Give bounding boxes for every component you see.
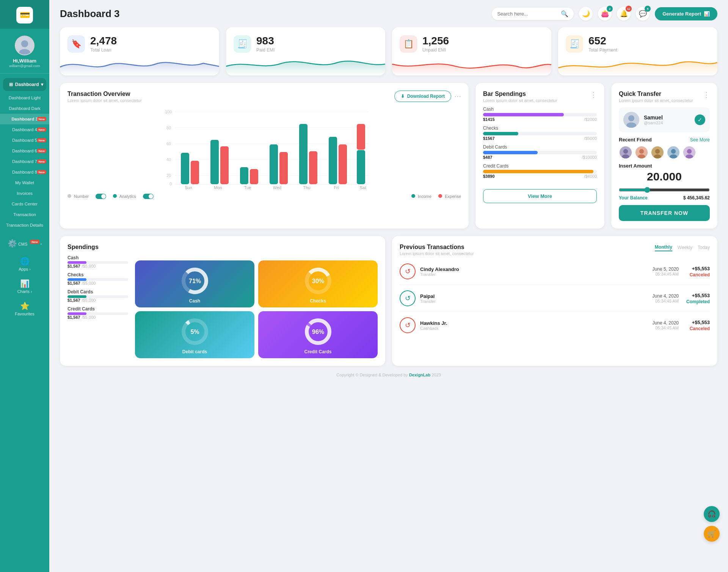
trans-type-2: Transfer (420, 299, 436, 304)
chat-btn[interactable]: 💬 5 (636, 7, 650, 20)
sidebar-item-my-wallet[interactable]: My Wallet (0, 177, 49, 188)
logo-icon: 💳 (16, 7, 33, 24)
prev-trans-subtitle: Lorem ipsum dolor sit amet, consectetur (400, 251, 474, 256)
friend-avatar-5[interactable] (682, 146, 696, 159)
bar-spendings-title: Bar Spendings (483, 91, 557, 97)
friend-avatar-3[interactable] (651, 146, 664, 159)
chart-icon: 📊 (20, 279, 30, 288)
bar-chart-icon: 📊 (704, 11, 710, 17)
footer-link[interactable]: DexignLab (409, 373, 430, 377)
donut-card-cash[interactable]: 71% Cash (135, 260, 254, 307)
sidebar-item-transaction-details[interactable]: Transaction Details (0, 220, 49, 230)
cat-label-cash: Cash (67, 255, 128, 260)
svg-point-37 (628, 115, 634, 121)
number-toggle[interactable] (96, 194, 106, 199)
trans-type-1: Transfer (420, 272, 459, 277)
svg-rect-22 (181, 153, 189, 184)
cat-label-credit: Credit Cards (67, 306, 128, 312)
moon-btn[interactable]: 🌙 (579, 7, 593, 20)
tab-weekly[interactable]: Weekly (678, 244, 692, 251)
svg-text:Thu: Thu (303, 185, 311, 190)
svg-rect-35 (357, 124, 365, 150)
svg-rect-31 (309, 151, 317, 184)
sidebar-item-transaction[interactable]: Transaction (0, 209, 49, 220)
friend-avatar-2[interactable] (635, 146, 648, 159)
search-icon[interactable]: 🔍 (561, 10, 568, 17)
dashboard-menu-btn[interactable]: ⊞ Dashboard ▾ (3, 78, 46, 91)
sidebar-nav: Dashboard Light Dashboard Dark Dashboard… (0, 92, 49, 230)
svg-point-43 (639, 149, 644, 154)
bar-spendings-more-button[interactable]: ⋮ (590, 91, 597, 99)
sidebar-item-dashboard6[interactable]: Dashboard 6 New (0, 146, 49, 156)
fab-cart-button[interactable]: 🛒 (704, 526, 720, 542)
sidebar-item-invoices[interactable]: Invoices (0, 188, 49, 199)
quick-transfer-card: Quick Transfer Lorem ipsum dolor sit ame… (611, 83, 717, 229)
trans-time-3: 05:34:45 AM (645, 326, 679, 330)
trans-row-3: ↺ Hawkins Jr. Cashback June 4, 2020 05:3… (400, 312, 710, 338)
svg-text:80: 80 (166, 125, 171, 130)
quick-transfer-title: Quick Transfer (619, 91, 693, 97)
friend-avatar-1[interactable] (619, 146, 632, 159)
sidebar-item-charts[interactable]: 📊 Charts › (0, 274, 49, 297)
search-input[interactable] (497, 11, 558, 17)
spending-total-checks: /$5000 (584, 136, 597, 141)
sidebar-section-cms: ⚙️ CMS New › 🌐 Apps › 📊 Charts › ⭐ Favou… (0, 234, 49, 319)
svg-text:Mon: Mon (214, 185, 222, 190)
view-more-button[interactable]: View More (483, 189, 597, 203)
spending-bars: Cash $1415 /$2000 Checks $1567 (483, 107, 597, 179)
previous-transactions-card: Previous Transactions Lorem ipsum dolor … (392, 236, 717, 366)
donut-label-checks: Checks (310, 298, 326, 304)
donut-card-checks[interactable]: 30% Checks (258, 260, 378, 307)
gear-icon: ⚙️ (8, 239, 17, 248)
donut-chart-credit: 96% (303, 317, 333, 347)
stat-card-paid-emi: 🧾 983 Paid EMI (226, 27, 385, 75)
spending-label-cash: Cash (483, 107, 597, 112)
sidebar-item-dashboard4[interactable]: Dashboard 4 New (0, 124, 49, 135)
sidebar-item-dashboard-light[interactable]: Dashboard Light (0, 92, 49, 103)
sidebar-item-dashboard7[interactable]: Dashboard 7 New (0, 156, 49, 167)
donut-card-credit[interactable]: 96% Credit Cards (258, 311, 378, 358)
unpaid-emi-label: Unpaid EMI (422, 47, 449, 53)
donut-card-debit[interactable]: 5% Debit cards (135, 311, 254, 358)
trans-type-3: Cashback (420, 326, 447, 331)
generate-report-button[interactable]: Generate Report 📊 (655, 7, 717, 20)
tab-monthly[interactable]: Monthly (655, 244, 672, 251)
recent-friends-section: Recent Friend See More (619, 137, 710, 159)
sidebar-item-favourites[interactable]: ⭐ Favourites (0, 297, 49, 319)
sidebar-item-dashboard8[interactable]: Dashboard 8 New (0, 167, 49, 177)
spending-label-checks: Checks (483, 125, 597, 131)
sidebar-item-dashboard5[interactable]: Dashboard 5 New (0, 135, 49, 146)
download-report-button[interactable]: ⬇ Download Report (394, 91, 451, 102)
amount-display: 20.000 (619, 170, 710, 183)
qt-check-icon: ✓ (695, 114, 705, 125)
paid-emi-icon: 🧾 (234, 35, 251, 53)
quick-transfer-more-button[interactable]: ⋮ (703, 91, 710, 99)
see-more-link[interactable]: See More (690, 137, 710, 143)
svg-text:40: 40 (166, 157, 171, 162)
bell-btn[interactable]: 🔔 12 (617, 7, 631, 20)
sidebar-item-apps[interactable]: 🌐 Apps › (0, 252, 49, 274)
donut-label-cash: Cash (189, 298, 200, 304)
user-email: william@gmail.com (9, 64, 40, 68)
amount-slider[interactable] (619, 187, 710, 193)
friend-avatar-4[interactable] (667, 146, 680, 159)
qt-user: Samuel @sam224 ✓ (619, 107, 710, 132)
svg-text:71%: 71% (188, 278, 201, 284)
sidebar-item-dashboard3[interactable]: Dashboard 3 New (0, 114, 49, 124)
trans-amount-3: +$5,553 (683, 320, 710, 325)
trans-date-1: June 5, 2020 (645, 266, 679, 272)
sidebar-item-cms[interactable]: ⚙️ CMS New › (0, 234, 49, 252)
sidebar-item-dashboard-dark[interactable]: Dashboard Dark (0, 103, 49, 114)
wallet-btn[interactable]: 👛 2 (598, 7, 612, 20)
fab-support-button[interactable]: 🎧 (704, 506, 720, 522)
sidebar-item-cards-center[interactable]: Cards Center (0, 199, 49, 209)
sidebar-logo: 💳 (0, 0, 49, 29)
arrow-icon: › (29, 267, 30, 271)
analytics-toggle[interactable] (143, 194, 154, 199)
transfer-now-button[interactable]: TRANSFER NOW (619, 205, 710, 221)
donut-chart-checks: 30% (303, 266, 333, 296)
tab-today[interactable]: Today (698, 244, 710, 251)
more-options-button[interactable]: ⋯ (454, 92, 461, 100)
badge-cms: New (30, 240, 39, 244)
arrow-icon: › (41, 242, 42, 246)
